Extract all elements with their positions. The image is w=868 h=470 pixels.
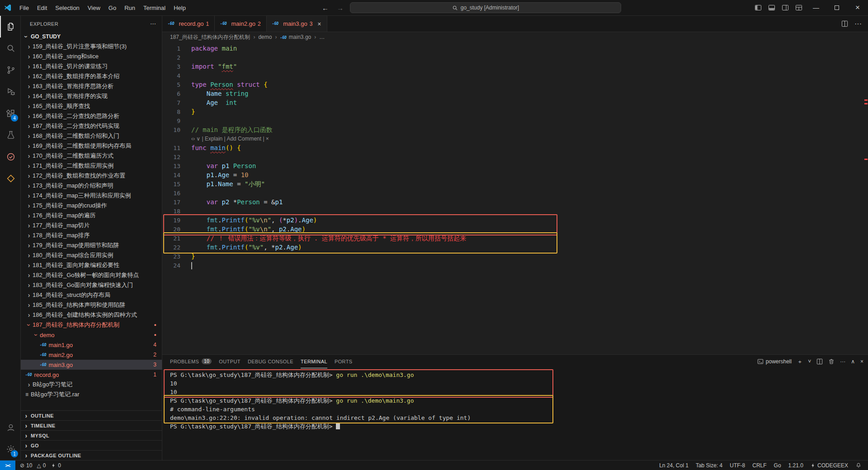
code-line-4[interactable]: 4 bbox=[162, 71, 868, 80]
breadcrumb-item[interactable]: demo bbox=[258, 34, 272, 40]
code-line-23[interactable]: 23} bbox=[162, 252, 868, 261]
explorer-item-B站go学习笔记.rar[interactable]: ≡B站go学习笔记.rar bbox=[21, 390, 162, 400]
status-item-go[interactable]: Go bbox=[774, 462, 781, 469]
terminal-profile-chevron-icon[interactable]: ˅ bbox=[808, 358, 811, 365]
explorer-item-176_尚硅谷_map的遍历[interactable]: ›176_尚硅谷_map的遍历 bbox=[21, 211, 162, 221]
tab-record.go[interactable]: -GOrecord.go1 bbox=[162, 16, 215, 32]
explorer-item-record.go[interactable]: -GOrecord.go1 bbox=[21, 370, 162, 380]
explorer-item-166_尚硅谷_二分查找的思路分析[interactable]: ›166_尚硅谷_二分查找的思路分析 bbox=[21, 111, 162, 121]
status-item-codegeex[interactable]: CODEGEEX bbox=[811, 462, 848, 469]
code-editor[interactable]: 1package main23import "fmt"45type Person… bbox=[162, 42, 868, 354]
activity-item-source-control[interactable] bbox=[0, 59, 20, 81]
explorer-item-171_尚硅谷_二维数组应用实例[interactable]: ›171_尚硅谷_二维数组应用实例 bbox=[21, 161, 162, 171]
status-item-tab-size-4[interactable]: Tab Size: 4 bbox=[696, 462, 722, 469]
code-line-3[interactable]: 3import "fmt" bbox=[162, 62, 868, 71]
breadcrumb-item[interactable]: -GOmain3.go bbox=[280, 34, 311, 40]
explorer-item-159_尚硅谷_切片注意事项和细节(3)[interactable]: ›159_尚硅谷_切片注意事项和细节(3) bbox=[21, 42, 162, 52]
toggle-panel-icon[interactable] bbox=[765, 0, 778, 16]
explorer-item-177_尚硅谷_map切片[interactable]: ›177_尚硅谷_map切片 bbox=[21, 221, 162, 230]
toggle-sidebar-icon[interactable] bbox=[751, 0, 765, 16]
menu-item-run[interactable]: Run bbox=[120, 0, 139, 16]
menu-item-selection[interactable]: Selection bbox=[51, 0, 83, 16]
toggle-secondary-sidebar-icon[interactable] bbox=[778, 0, 792, 16]
code-line-21[interactable]: 21 // ！ 错误用法：运算符等级，执行 . 运算符的优先级高于 * 运算符，… bbox=[162, 234, 868, 243]
explorer-item-main2.go[interactable]: -GOmain2.go2 bbox=[21, 350, 162, 360]
explorer-item-179_尚硅谷_map使用细节和陷阱[interactable]: ›179_尚硅谷_map使用细节和陷阱 bbox=[21, 240, 162, 250]
explorer-item-181_尚硅谷_面向对象编程必要性[interactable]: ›181_尚硅谷_面向对象编程必要性 bbox=[21, 260, 162, 270]
code-line-22[interactable]: 22 fmt.Printf("%v", *p2.Age) bbox=[162, 243, 868, 252]
explorer-item-180_尚硅谷_map综合应用实例[interactable]: ›180_尚硅谷_map综合应用实例 bbox=[21, 250, 162, 260]
code-line-11[interactable]: 11func main() { bbox=[162, 143, 868, 152]
code-line-1[interactable]: 1package main bbox=[162, 44, 868, 53]
tab-main3.go[interactable]: -GOmain3.go3× bbox=[267, 16, 327, 32]
breadcrumb-item[interactable]: … bbox=[319, 34, 325, 40]
shell-selector[interactable]: powershell bbox=[757, 358, 792, 365]
explorer-item-184_尚硅谷_struct的内存布局[interactable]: ›184_尚硅谷_struct的内存布局 bbox=[21, 290, 162, 300]
activity-item-explorer[interactable] bbox=[0, 16, 20, 38]
status-item-ln-24-col-1[interactable]: Ln 24, Col 1 bbox=[659, 462, 689, 469]
activity-item-testing[interactable] bbox=[0, 124, 20, 146]
code-line-7[interactable]: 7 Age int bbox=[162, 98, 868, 107]
activity-item-extension-a[interactable] bbox=[0, 146, 20, 168]
explorer-item-164_尚硅谷_冒泡排序的实现[interactable]: ›164_尚硅谷_冒泡排序的实现 bbox=[21, 91, 162, 101]
close-panel-icon[interactable]: × bbox=[860, 358, 863, 365]
code-line-2[interactable]: 2 bbox=[162, 53, 868, 62]
code-line-18[interactable]: 18 bbox=[162, 207, 868, 216]
code-line-17[interactable]: 17 var p2 *Person = &p1 bbox=[162, 197, 868, 207]
close-button[interactable]: × bbox=[847, 0, 868, 16]
explorer-item-169_尚硅谷_二维数组使用和内存布局[interactable]: ›169_尚硅谷_二维数组使用和内存布局 bbox=[21, 141, 162, 151]
command-center[interactable]: go_study [Administrator] bbox=[350, 2, 621, 13]
code-line-20[interactable]: 20 fmt.Printf("%v\n", p2.Age) bbox=[162, 225, 868, 234]
code-line-13[interactable]: 13 var p1 Person bbox=[162, 161, 868, 170]
explorer-item-165_尚硅谷_顺序查找[interactable]: ›165_尚硅谷_顺序查找 bbox=[21, 101, 162, 111]
explorer-item-160_尚硅谷_string和slice[interactable]: ›160_尚硅谷_string和slice bbox=[21, 52, 162, 61]
menu-item-edit[interactable]: Edit bbox=[33, 0, 51, 16]
new-terminal-icon[interactable]: ＋ bbox=[797, 358, 802, 366]
code-line-24[interactable]: 24 bbox=[162, 261, 868, 270]
activity-item-settings[interactable]: 1 bbox=[0, 438, 20, 460]
explorer-item-187_尚硅谷_结构体内存分配机制[interactable]: ›187_尚硅谷_结构体内存分配机制● bbox=[21, 320, 162, 330]
ai-inline-widget[interactable]: ‹› ∨ | Explain | Add Comment | × bbox=[162, 134, 868, 143]
menu-item-go[interactable]: Go bbox=[104, 0, 120, 16]
menu-item-file[interactable]: File bbox=[15, 0, 33, 16]
code-line-14[interactable]: 14 p1.Age = 10 bbox=[162, 170, 868, 179]
menu-item-view[interactable]: View bbox=[84, 0, 104, 16]
more-actions-icon[interactable]: ··· bbox=[854, 20, 862, 28]
code-line-19[interactable]: 19 fmt.Printf("%v\n", (*p2).Age) bbox=[162, 216, 868, 225]
explorer-item-163_尚硅谷_冒泡排序思路分析[interactable]: ›163_尚硅谷_冒泡排序思路分析 bbox=[21, 81, 162, 91]
explorer-item-173_尚硅谷_map的介绍和声明[interactable]: ›173_尚硅谷_map的介绍和声明 bbox=[21, 181, 162, 191]
explorer-item-174_尚硅谷_map三种用法和应用实例[interactable]: ›174_尚硅谷_map三种用法和应用实例 bbox=[21, 191, 162, 201]
code-line-15[interactable]: 15 p1.Name = "小明" bbox=[162, 179, 868, 188]
breadcrumb[interactable]: 187_尚硅谷_结构体内存分配机制›demo›-GOmain3.go›… bbox=[162, 32, 868, 42]
explorer-item-168_尚硅谷_二维数组介绍和入门[interactable]: ›168_尚硅谷_二维数组介绍和入门 bbox=[21, 131, 162, 141]
explorer-item-167_尚硅谷_二分查找的代码实现[interactable]: ›167_尚硅谷_二分查找的代码实现 bbox=[21, 121, 162, 131]
explorer-section-go-study[interactable]: › GO_STUDY bbox=[21, 32, 162, 42]
sidebar-pane-mysql[interactable]: ›MYSQL bbox=[21, 430, 162, 440]
explorer-item-main1.go[interactable]: -GOmain1.go4 bbox=[21, 340, 162, 350]
explorer-item-172_尚硅谷_数组和查找的作业布置[interactable]: ›172_尚硅谷_数组和查找的作业布置 bbox=[21, 171, 162, 181]
tab-main2.go[interactable]: -GOmain2.go2 bbox=[215, 16, 267, 32]
split-editor-icon[interactable] bbox=[841, 20, 848, 27]
maximize-panel-icon[interactable]: ∧ bbox=[851, 358, 855, 365]
kill-terminal-icon[interactable] bbox=[828, 358, 835, 365]
sidebar-pane-timeline[interactable]: ›TIMELINE bbox=[21, 420, 162, 430]
explorer-item-B站go学习笔记[interactable]: ›B站go学习笔记 bbox=[21, 380, 162, 390]
notifications-bell-icon[interactable] bbox=[855, 462, 862, 469]
panel-tab-debug-console[interactable]: DEBUG CONSOLE bbox=[248, 355, 293, 368]
code-line-16[interactable]: 16 bbox=[162, 188, 868, 197]
explorer-item-175_尚硅谷_map的crud操作[interactable]: ›175_尚硅谷_map的crud操作 bbox=[21, 201, 162, 211]
explorer-item-main3.go[interactable]: -GOmain3.go3 bbox=[21, 360, 162, 370]
status-item-crlf[interactable]: CRLF bbox=[752, 462, 766, 469]
code-line-10[interactable]: 10// main 是程序的入口函数 bbox=[162, 125, 868, 134]
panel-tab-problems[interactable]: PROBLEMS10 bbox=[170, 355, 212, 368]
code-line-9[interactable]: 9 bbox=[162, 116, 868, 125]
panel-tab-terminal[interactable]: TERMINAL bbox=[301, 355, 327, 368]
code-line-8[interactable]: 8} bbox=[162, 107, 868, 116]
explorer-more-icon[interactable]: ⋯ bbox=[150, 20, 156, 27]
sidebar-pane-go[interactable]: ›GO bbox=[21, 440, 162, 450]
remote-indicator[interactable]: >< bbox=[0, 461, 15, 470]
explorer-item-178_尚硅谷_map排序[interactable]: ›178_尚硅谷_map排序 bbox=[21, 230, 162, 240]
code-line-12[interactable]: 12 bbox=[162, 152, 868, 161]
panel-tab-ports[interactable]: PORTS bbox=[335, 355, 353, 368]
activity-item-account[interactable] bbox=[0, 417, 20, 438]
